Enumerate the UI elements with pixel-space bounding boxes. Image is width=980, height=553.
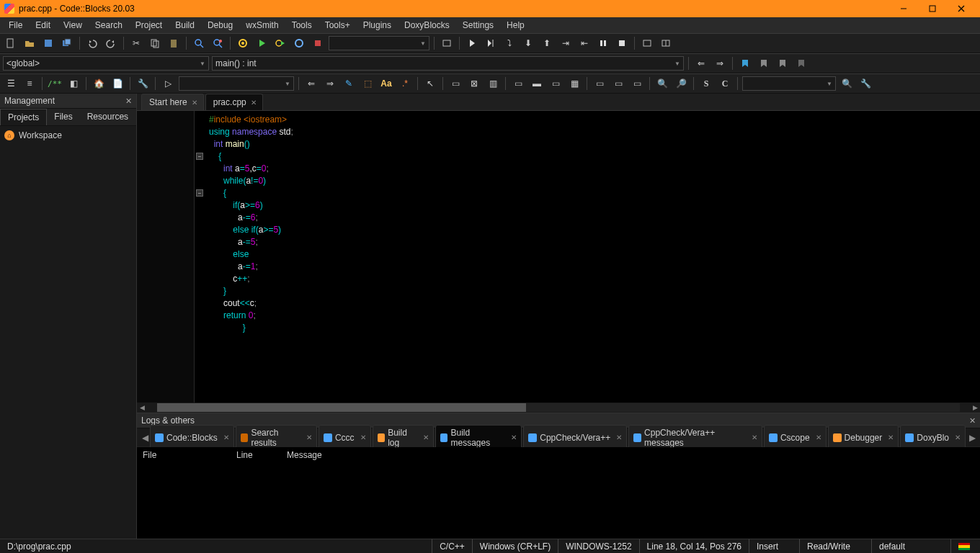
close-icon[interactable]: ✕ xyxy=(749,433,757,441)
close-icon[interactable]: ✕ xyxy=(251,99,257,107)
logs-close-icon[interactable]: ✕ xyxy=(969,416,976,426)
close-icon[interactable]: ✕ xyxy=(357,433,366,441)
bookmark-clear-icon[interactable] xyxy=(793,55,809,71)
ui-box4-icon[interactable]: ▭ xyxy=(510,76,526,91)
function-combo[interactable]: main() : int▼ xyxy=(212,56,684,71)
doxy-wizard-icon[interactable]: ≡ xyxy=(22,76,37,91)
info-icon[interactable] xyxy=(658,35,674,51)
fold-toggle-icon[interactable]: − xyxy=(196,153,203,160)
close-icon[interactable]: ✕ xyxy=(220,433,229,441)
block-comment-icon[interactable]: /** xyxy=(47,76,63,91)
horizontal-scrollbar[interactable]: ◀ ▶ xyxy=(137,403,980,413)
rebuild-icon[interactable] xyxy=(291,35,307,51)
abort-icon[interactable] xyxy=(310,35,326,51)
bookmark-toggle-icon[interactable] xyxy=(737,55,753,71)
c-icon[interactable]: C xyxy=(717,76,733,91)
menu-debug[interactable]: Debug xyxy=(202,19,239,32)
close-icon[interactable]: ✕ xyxy=(420,433,429,441)
ui-box8-icon[interactable]: ▭ xyxy=(592,76,607,91)
workspace-item[interactable]: ⌂ Workspace xyxy=(4,130,132,140)
ui-box6-icon[interactable]: ▭ xyxy=(548,76,564,91)
scroll-thumb[interactable] xyxy=(157,403,526,412)
cursor-icon[interactable]: ↖ xyxy=(422,76,438,91)
find-icon[interactable] xyxy=(191,35,207,51)
close-icon[interactable]: ✕ xyxy=(813,433,821,441)
bookmark-next-icon[interactable] xyxy=(775,55,790,71)
paste-icon[interactable] xyxy=(166,35,182,51)
jump-fwd-icon[interactable]: ⇒ xyxy=(712,55,728,71)
menu-project[interactable]: Project xyxy=(130,19,168,32)
stop-debug-icon[interactable] xyxy=(614,35,630,51)
doxy-chm-icon[interactable]: 📄 xyxy=(110,76,125,91)
scroll-right-icon[interactable]: ▶ xyxy=(970,404,980,411)
menu-doxyblocks[interactable]: DoxyBlocks xyxy=(398,19,455,32)
tabs-scroll-left-icon[interactable]: ◀ xyxy=(140,433,150,443)
ui-box5-icon[interactable]: ▬ xyxy=(529,76,545,91)
editor-tab-start-here[interactable]: Start here✕ xyxy=(141,94,204,110)
menu-view[interactable]: View xyxy=(58,19,88,32)
search-go-icon[interactable]: 🔍 xyxy=(839,76,855,91)
doxy-run-icon[interactable]: ☰ xyxy=(3,76,19,91)
jump-back-icon[interactable]: ⇐ xyxy=(693,55,709,71)
menu-plugins[interactable]: Plugins xyxy=(357,19,397,32)
bookmark-prev-icon[interactable] xyxy=(756,55,772,71)
ui-box9-icon[interactable]: ▭ xyxy=(610,76,626,91)
zoom-out-icon[interactable]: 🔎 xyxy=(673,76,689,91)
close-icon[interactable]: ✕ xyxy=(508,433,517,441)
target-select-icon[interactable] xyxy=(439,35,455,51)
regex-icon[interactable]: .* xyxy=(397,76,413,91)
mgmt-tab-projects[interactable]: Projects xyxy=(0,109,47,125)
debug-windows-icon[interactable] xyxy=(639,35,655,51)
matchcase-icon[interactable]: Aa xyxy=(378,76,394,91)
tabs-scroll-right-icon[interactable]: ▶ xyxy=(967,433,977,443)
next-icon[interactable]: ⇒ xyxy=(322,76,338,91)
close-icon[interactable]: ✕ xyxy=(952,433,961,441)
redo-icon[interactable] xyxy=(103,35,119,51)
mgmt-tab-resources[interactable]: Resources xyxy=(80,109,135,125)
open-file-icon[interactable] xyxy=(22,35,37,51)
step-out-icon[interactable]: ⬆ xyxy=(539,35,555,51)
menu-build[interactable]: Build xyxy=(169,19,200,32)
menu-file[interactable]: File xyxy=(3,19,28,32)
line-comment-icon[interactable]: ◧ xyxy=(66,76,81,91)
close-icon[interactable]: ✕ xyxy=(885,433,894,441)
fold-toggle-icon[interactable]: − xyxy=(196,189,203,197)
menu-tools[interactable]: Tools+ xyxy=(319,19,356,32)
ui-box3-icon[interactable]: ▥ xyxy=(485,76,501,91)
close-icon[interactable]: ✕ xyxy=(192,99,197,107)
code-content[interactable]: #include <iostream>using namespace std; … xyxy=(195,111,980,403)
build-icon[interactable] xyxy=(235,35,251,51)
cut-icon[interactable]: ✂ xyxy=(128,35,144,51)
doxy-html-icon[interactable]: 🏠 xyxy=(91,76,107,91)
menu-tools[interactable]: Tools xyxy=(286,19,318,32)
ui-box1-icon[interactable]: ▭ xyxy=(447,76,463,91)
prev-icon[interactable]: ⇐ xyxy=(303,76,319,91)
menu-settings[interactable]: Settings xyxy=(457,19,499,32)
break-icon[interactable] xyxy=(595,35,611,51)
step-instr-icon[interactable]: ⇤ xyxy=(576,35,592,51)
run-to-cursor-icon[interactable] xyxy=(483,35,499,51)
doxy-settings-icon[interactable]: 🔧 xyxy=(135,76,151,91)
copy-icon[interactable] xyxy=(147,35,163,51)
build-run-icon[interactable] xyxy=(272,35,288,51)
highlight-icon[interactable]: ✎ xyxy=(341,76,357,91)
search-combo[interactable]: ▼ xyxy=(742,76,836,91)
menu-search[interactable]: Search xyxy=(89,19,128,32)
step-into-icon[interactable]: ⬇ xyxy=(520,35,536,51)
menu-wxsmith[interactable]: wxSmith xyxy=(240,19,284,32)
ui-box2-icon[interactable]: ⊠ xyxy=(466,76,482,91)
scroll-left-icon[interactable]: ◀ xyxy=(137,404,147,411)
close-button[interactable] xyxy=(947,0,976,17)
menu-edit[interactable]: Edit xyxy=(30,19,56,32)
close-icon[interactable]: ✕ xyxy=(613,433,622,441)
run-icon[interactable] xyxy=(254,35,270,51)
save-icon[interactable] xyxy=(40,35,56,51)
select-icon[interactable]: ⬚ xyxy=(360,76,375,91)
script-combo[interactable]: ▼ xyxy=(179,76,294,91)
ui-box10-icon[interactable]: ▭ xyxy=(629,76,645,91)
save-all-icon[interactable] xyxy=(59,35,75,51)
mgmt-tab-files[interactable]: Files xyxy=(47,109,79,125)
search-opts-icon[interactable]: 🔧 xyxy=(858,76,873,91)
maximize-button[interactable] xyxy=(918,0,947,17)
minimize-button[interactable] xyxy=(889,0,918,17)
